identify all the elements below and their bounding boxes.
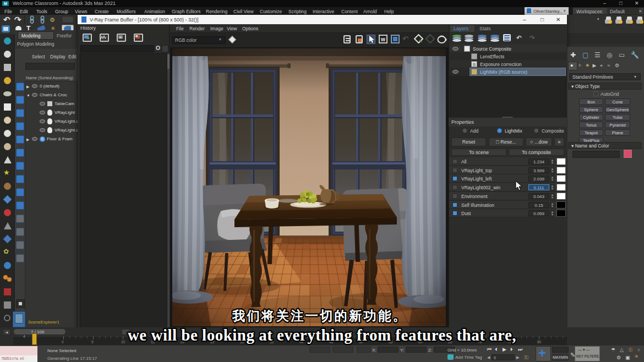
svg-text:我们将关注一切的新功能。: 我们将关注一切的新功能。 [232,309,407,323]
svg-text:we will be looking at everythi: we will be looking at everything from fe… [128,326,516,344]
